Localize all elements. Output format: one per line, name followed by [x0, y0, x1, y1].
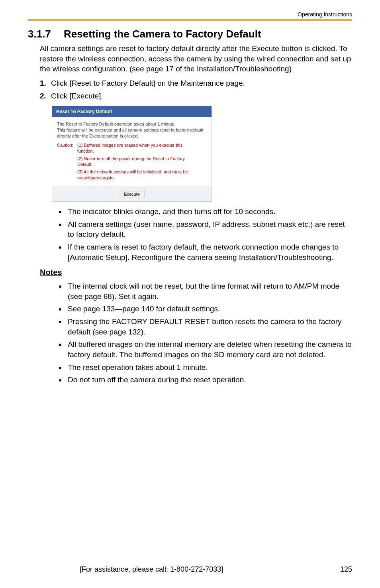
intro-paragraph: All camera settings are reset to factory… [40, 43, 352, 74]
post-exec-bullets: The indicator blinks orange, and then tu… [66, 206, 352, 262]
caution-item: (2) Never turn off the power during the … [77, 156, 197, 168]
list-item: All buffered images on the internal memo… [66, 339, 352, 360]
list-item: The reset operation takes about 1 minute… [66, 362, 352, 373]
page-footer: [For assistance, please call: 1-800-272-… [28, 565, 352, 574]
list-item: Do not turn off the camera during the re… [66, 375, 352, 385]
dialog-caution: Caution: (1) Buffered images are erased … [57, 142, 207, 183]
notes-heading: Notes [40, 268, 352, 277]
notes-list: The internal clock will not be reset, bu… [66, 281, 352, 385]
caution-item: (3) All the network settings will be ini… [77, 169, 197, 181]
execute-button[interactable]: Execute [119, 191, 145, 197]
footer-assist: [For assistance, please call: 1-800-272-… [80, 565, 223, 574]
list-item: The internal clock will not be reset, bu… [66, 281, 352, 301]
step-text: Click [Reset to Factory Default] on the … [51, 79, 245, 87]
caution-items: (1) Buffered images are erased when you … [77, 142, 197, 183]
footer-page-number: 125 [340, 565, 352, 574]
step-number: 2. [40, 91, 51, 101]
list-item: Pressing the FACTORY DEFAULT RESET butto… [66, 317, 352, 337]
section-heading-text: Resetting the Camera to Factory Default [64, 28, 261, 40]
step-item: 1.Click [Reset to Factory Default] on th… [40, 78, 352, 88]
section-title: 3.1.7Resetting the Camera to Factory Def… [28, 28, 352, 40]
section-number: 3.1.7 [28, 28, 64, 40]
dialog-paragraph: The Reset to Factory Default operation t… [57, 121, 207, 139]
list-item: See page 133—page 140 for default settin… [66, 304, 352, 314]
list-item: All camera settings (user name, password… [66, 219, 352, 240]
reset-dialog-screenshot: Reset To Factory Default The Reset to Fa… [52, 106, 212, 202]
step-item: 2.Click [Execute]. [40, 91, 352, 101]
list-item: The indicator blinks orange, and then tu… [66, 206, 352, 217]
caution-label: Caution: [57, 142, 76, 148]
caution-item: (1) Buffered images are erased when you … [77, 142, 197, 154]
step-number: 1. [40, 78, 51, 88]
running-header: Operating Instructions [28, 11, 352, 18]
dialog-footer: Execute [52, 187, 212, 201]
header-rule [28, 19, 352, 21]
steps-list: 1.Click [Reset to Factory Default] on th… [40, 78, 352, 101]
step-text: Click [Execute]. [51, 92, 103, 100]
dialog-title: Reset To Factory Default [52, 106, 212, 117]
list-item: If the camera is reset to factory defaul… [66, 242, 352, 262]
dialog-body: The Reset to Factory Default operation t… [52, 117, 212, 187]
